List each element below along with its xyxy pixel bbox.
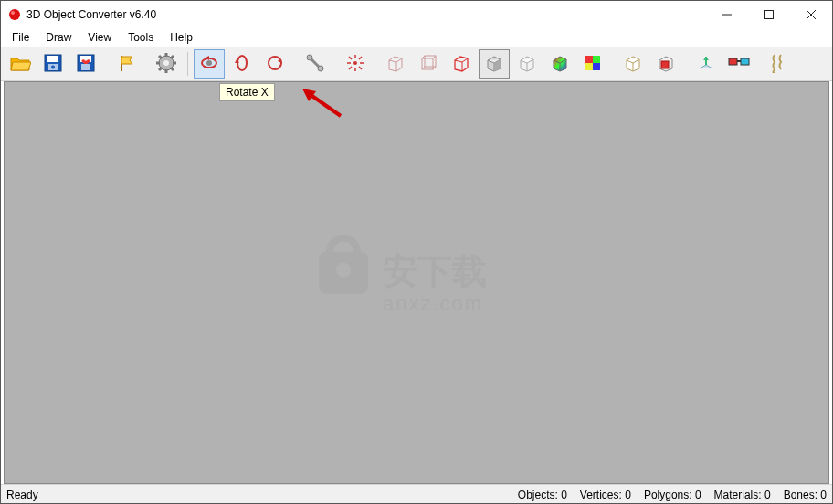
tooltip: Rotate X <box>219 83 275 101</box>
svg-line-20 <box>171 68 174 70</box>
outline-cube-icon <box>623 53 643 76</box>
svg-point-25 <box>206 60 212 66</box>
solid-shaded-button[interactable] <box>479 49 510 79</box>
svg-point-9 <box>51 65 55 68</box>
svg-rect-53 <box>741 58 749 65</box>
watermark-text1: 安下载 <box>383 251 487 289</box>
status-bar: Ready Objects: 0 Vertices: 0 Polygons: 0… <box>1 484 832 504</box>
menu-draw[interactable]: Draw <box>38 29 79 46</box>
folder-icon <box>9 53 31 76</box>
svg-point-1 <box>11 11 15 15</box>
svg-point-23 <box>163 60 169 66</box>
svg-rect-7 <box>47 56 58 62</box>
wireframe-cube2-icon <box>418 53 438 76</box>
window-controls <box>706 1 832 28</box>
rotate-y-button[interactable] <box>227 49 258 79</box>
svg-line-39 <box>349 67 352 69</box>
menu-tools[interactable]: Tools <box>121 29 161 46</box>
floppy-heart-icon <box>76 53 96 76</box>
svg-point-27 <box>269 57 281 69</box>
outline-cube-button[interactable] <box>617 49 648 79</box>
svg-rect-12 <box>81 64 90 70</box>
settings-button[interactable] <box>151 49 182 79</box>
menu-help[interactable]: Help <box>163 29 200 46</box>
status-materials: Materials: 0 <box>714 488 771 501</box>
bone-button[interactable] <box>300 49 331 79</box>
bounding-box-icon <box>656 53 676 76</box>
watermark-text2: anxz.com <box>383 291 483 314</box>
app-icon <box>8 8 21 21</box>
save-button[interactable] <box>37 49 69 79</box>
wireframe-front-button[interactable] <box>380 49 411 79</box>
svg-point-31 <box>353 61 357 65</box>
status-vertices: Vertices: 0 <box>580 488 631 501</box>
bounding-box-button[interactable] <box>650 49 681 79</box>
status-objects: Objects: 0 <box>518 488 567 501</box>
watermark: 安下载 anxz.com <box>311 226 522 329</box>
menu-view[interactable]: View <box>80 29 119 46</box>
svg-rect-3 <box>765 11 774 19</box>
rotate-x-button[interactable] <box>194 49 225 79</box>
svg-rect-49 <box>593 63 600 70</box>
wireframe-red-icon <box>451 53 471 76</box>
svg-line-19 <box>159 56 162 58</box>
svg-line-37 <box>359 67 362 69</box>
solid-white-button[interactable] <box>511 49 543 79</box>
floppy-icon <box>43 53 63 76</box>
rotate-z-icon <box>265 53 285 76</box>
normals-icon <box>696 53 716 76</box>
texture-icon <box>770 53 788 76</box>
solid-cube-icon <box>484 53 504 76</box>
texture-button[interactable] <box>764 49 795 79</box>
open-button[interactable] <box>5 49 36 79</box>
status-bones: Bones: 0 <box>784 488 827 501</box>
annotation-arrow <box>300 87 345 121</box>
wireframe-red-button[interactable] <box>446 49 477 79</box>
rgb-cube-icon <box>550 53 570 76</box>
flag-icon <box>116 53 136 76</box>
svg-rect-48 <box>585 63 593 70</box>
rotate-z-button[interactable] <box>259 49 290 79</box>
svg-line-21 <box>171 56 174 58</box>
svg-line-22 <box>159 68 162 70</box>
solid-white-cube-icon <box>517 53 537 76</box>
flag-button[interactable] <box>111 49 142 79</box>
svg-rect-46 <box>585 56 593 63</box>
rotate-y-icon <box>232 53 252 76</box>
gear-icon <box>156 53 176 76</box>
color-cube-button[interactable] <box>544 49 575 79</box>
explode-icon <box>345 53 365 76</box>
explode-button[interactable] <box>340 49 371 79</box>
menu-file[interactable]: File <box>5 29 37 46</box>
menu-bar: File Draw View Tools Help <box>1 28 832 47</box>
title-bar: 3D Object Converter v6.40 <box>1 1 832 28</box>
maximize-button[interactable] <box>748 1 790 28</box>
svg-line-30 <box>311 59 319 67</box>
svg-rect-50 <box>661 61 669 68</box>
wireframe-back-button[interactable] <box>413 49 444 79</box>
bone-icon <box>305 53 325 76</box>
status-polygons: Polygons: 0 <box>644 488 701 501</box>
toolbar-separator <box>187 52 188 76</box>
status-ready: Ready <box>6 488 518 501</box>
checker-cube-icon <box>583 53 603 76</box>
save-favorite-button[interactable] <box>70 49 101 79</box>
window-title: 3D Object Converter v6.40 <box>26 8 706 21</box>
close-button[interactable] <box>790 1 832 28</box>
svg-line-36 <box>349 57 352 59</box>
svg-rect-47 <box>593 56 600 63</box>
anaglyph-button[interactable] <box>723 49 754 79</box>
toolbar <box>1 47 832 81</box>
rotate-x-icon <box>199 53 219 76</box>
svg-point-56 <box>336 262 351 277</box>
svg-line-38 <box>359 57 362 59</box>
wireframe-cube-icon <box>385 53 406 76</box>
viewport-3d[interactable]: 安下载 anxz.com <box>4 81 829 484</box>
checker-cube-button[interactable] <box>577 49 608 79</box>
minimize-button[interactable] <box>706 1 748 28</box>
normals-button[interactable] <box>691 49 722 79</box>
glasses-3d-icon <box>728 56 750 73</box>
svg-point-0 <box>9 9 20 20</box>
svg-rect-52 <box>729 58 737 65</box>
